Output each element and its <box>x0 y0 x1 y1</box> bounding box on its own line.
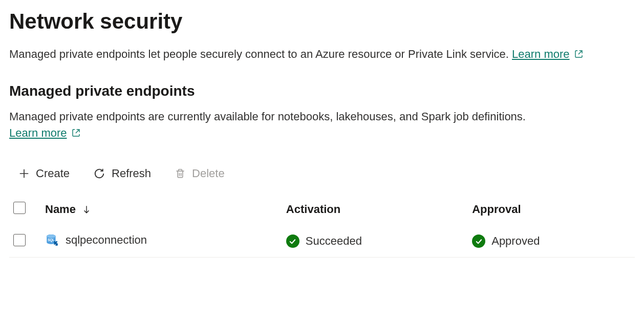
section-description-text: Managed private endpoints are currently … <box>9 110 526 123</box>
section-description: Managed private endpoints are currently … <box>9 109 588 141</box>
page-description-text: Managed private endpoints let people sec… <box>9 48 509 60</box>
page-title: Network security <box>9 9 635 34</box>
svg-text:SQL: SQL <box>48 238 54 242</box>
column-approval-label: Approval <box>472 203 521 216</box>
success-badge <box>286 234 299 248</box>
delete-button: Delete <box>175 167 225 180</box>
header-checkbox-cell <box>9 197 39 226</box>
refresh-button-label: Refresh <box>112 167 151 180</box>
column-activation-label: Activation <box>286 203 340 216</box>
column-header-activation[interactable]: Activation <box>280 197 466 226</box>
create-button-label: Create <box>36 167 70 180</box>
toolbar: Create Refresh Delete <box>18 167 635 180</box>
sql-database-icon: SQL <box>45 233 58 247</box>
page-description: Managed private endpoints let people sec… <box>9 46 588 62</box>
delete-icon <box>175 168 186 179</box>
row-name: sqlpeconnection <box>66 233 147 247</box>
row-activation: Succeeded <box>306 234 362 248</box>
external-link-icon <box>574 49 584 59</box>
checkmark-icon <box>475 238 483 245</box>
table-row[interactable]: SQL sqlpeconnection <box>9 226 635 258</box>
column-name-label: Name <box>45 203 76 216</box>
row-approval: Approved <box>491 234 540 248</box>
sort-arrow-down-icon <box>82 204 91 215</box>
success-badge <box>472 234 485 248</box>
refresh-icon <box>93 167 105 180</box>
external-link-icon <box>71 128 81 138</box>
section-learn-more-link[interactable]: Learn more <box>9 125 81 141</box>
learn-more-link[interactable]: Learn more <box>512 46 584 62</box>
learn-more-text: Learn more <box>512 46 570 62</box>
select-all-checkbox[interactable] <box>13 202 26 214</box>
endpoints-table: Name Activation Approval <box>9 197 635 258</box>
column-header-name[interactable]: Name <box>39 197 280 226</box>
checkmark-icon <box>289 238 296 245</box>
svg-point-1 <box>47 234 55 238</box>
section-learn-more-text: Learn more <box>9 125 67 141</box>
row-checkbox[interactable] <box>13 234 26 246</box>
refresh-button[interactable]: Refresh <box>93 167 151 180</box>
delete-button-label: Delete <box>192 167 225 180</box>
create-button[interactable]: Create <box>18 167 70 180</box>
plus-icon <box>18 168 30 179</box>
section-title: Managed private endpoints <box>9 83 635 99</box>
column-header-approval[interactable]: Approval <box>466 197 635 226</box>
